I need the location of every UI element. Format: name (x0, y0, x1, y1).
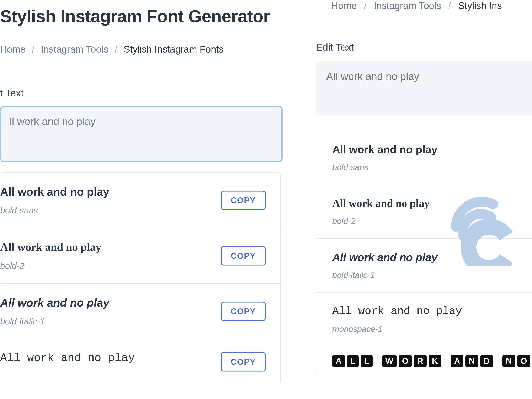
breadcrumb-sep-icon: / (32, 44, 35, 55)
breadcrumb-sep-icon: / (449, 0, 451, 11)
font-variant-row-boxed: ALLWORKANDNOPL (316, 346, 532, 376)
edit-text-label: Edit Text (316, 42, 354, 53)
boxed-char: L (361, 355, 372, 367)
font-sample: All work and no play (332, 143, 519, 156)
font-sample: All work and no play (332, 251, 519, 264)
font-variant-row: All work and no playbold-sans (316, 131, 532, 185)
breadcrumb-home[interactable]: Home (331, 0, 357, 11)
font-variant-row: All work and no playbold-2COPY (0, 228, 280, 284)
boxed-char: N (466, 355, 478, 367)
edit-text-input[interactable] (0, 106, 283, 162)
copy-button[interactable]: COPY (221, 246, 266, 266)
font-variant-row: All work and no playmonospace-1 (316, 293, 532, 346)
copy-button[interactable]: COPY (221, 302, 266, 321)
font-tag: monospace-1 (332, 324, 519, 334)
boxed-char: L (347, 355, 359, 367)
font-tag: bold-italic-1 (332, 271, 519, 280)
breadcrumb-home[interactable]: Home (0, 44, 25, 55)
font-variant-list: All work and no playbold-sansAll work an… (316, 131, 532, 376)
page-title: Stylish Instagram Font Generator (0, 6, 270, 26)
font-variant-row: All work and no playbold-italic-1 (316, 239, 532, 293)
copy-button[interactable]: COPY (221, 191, 266, 210)
breadcrumb-tools[interactable]: Instagram Tools (374, 0, 441, 11)
font-variant-row: All work and no playbold-2 (316, 185, 532, 239)
boxed-char: O (399, 355, 412, 367)
breadcrumb-sep-icon: / (364, 0, 367, 11)
breadcrumb-sep-icon: / (115, 44, 117, 55)
font-tag: bold-2 (332, 216, 519, 226)
font-sample: All work and no play (332, 197, 519, 209)
breadcrumb-current: Stylish Ins (458, 0, 502, 11)
font-variant-list: All work and no playbold-sansCOPYAll wor… (0, 172, 280, 385)
font-variant-row: All work and no playbold-sansCOPY (0, 173, 280, 228)
font-variant-row: All work and no playCOPY (0, 339, 280, 384)
breadcrumb-current: Stylish Instagram Fonts (124, 44, 224, 55)
edit-text-label: t Text (0, 87, 24, 99)
boxed-char: D (480, 355, 493, 367)
font-tag: bold-sans (332, 163, 519, 172)
font-variant-row: All work and no playbold-italic-1COPY (0, 284, 280, 339)
edit-text-input[interactable] (316, 61, 532, 115)
boxed-char: N (502, 355, 515, 367)
breadcrumb-tools[interactable]: Instagram Tools (41, 44, 108, 55)
boxed-char: K (429, 355, 441, 367)
breadcrumb: Home / Instagram Tools / Stylish Instagr… (0, 44, 224, 55)
font-sample: All work and no play (332, 305, 519, 317)
boxed-char: O (517, 355, 530, 367)
boxed-char: R (414, 355, 427, 367)
breadcrumb: Home / Instagram Tools / Stylish Ins (331, 0, 502, 11)
boxed-char: A (332, 355, 345, 367)
boxed-char: A (451, 355, 463, 367)
copy-button[interactable]: COPY (221, 352, 266, 371)
boxed-char: W (382, 355, 397, 367)
